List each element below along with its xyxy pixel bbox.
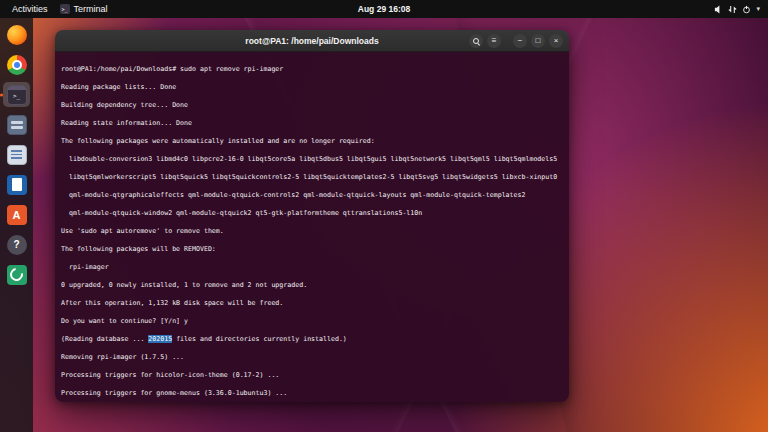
maximize-button[interactable]: □ xyxy=(531,34,545,48)
dock-item-software-updater[interactable] xyxy=(3,262,30,287)
dock-item-files[interactable] xyxy=(3,112,30,137)
search-button[interactable] xyxy=(469,34,483,48)
minimize-icon: − xyxy=(518,37,523,45)
window-titlebar[interactable]: root@PA1: /home/pai/Downloads ≡ − □ × xyxy=(55,30,569,52)
dock-item-text-editor[interactable] xyxy=(3,142,30,167)
libreoffice-writer-icon xyxy=(7,175,27,195)
window-title: root@PA1: /home/pai/Downloads xyxy=(245,36,378,46)
terminal-window: root@PA1: /home/pai/Downloads ≡ − □ × ro… xyxy=(55,30,569,402)
chevron-down-icon: ▾ xyxy=(756,5,760,13)
hamburger-icon: ≡ xyxy=(492,37,497,45)
system-menu[interactable]: ▾ xyxy=(714,5,768,14)
chrome-icon xyxy=(7,55,27,75)
dock-item-chrome[interactable] xyxy=(3,52,30,77)
terminal-app-icon: >_ xyxy=(60,4,70,14)
dock: >_ A ? xyxy=(0,18,33,432)
close-button[interactable]: × xyxy=(549,34,563,48)
terminal-icon: >_ xyxy=(7,85,27,105)
menu-button[interactable]: ≡ xyxy=(487,34,501,48)
software-updater-icon xyxy=(7,265,27,285)
dock-item-terminal[interactable]: >_ xyxy=(3,82,30,107)
files-icon xyxy=(7,115,27,135)
dock-item-ubuntu-software[interactable]: A xyxy=(3,202,30,227)
clock-button[interactable]: Aug 29 16:08 xyxy=(352,3,416,15)
text-editor-icon xyxy=(7,145,27,165)
network-icon xyxy=(728,5,737,14)
maximize-icon: □ xyxy=(536,37,541,45)
terminal-body[interactable]: root@PA1:/home/pai/Downloads# sudo apt r… xyxy=(55,52,569,402)
focused-app-menu[interactable]: >_ Terminal xyxy=(60,4,108,14)
volume-icon xyxy=(714,5,723,14)
search-icon xyxy=(473,38,479,44)
dock-item-help[interactable]: ? xyxy=(3,232,30,257)
terminal-output: root@PA1:/home/pai/Downloads# sudo apt r… xyxy=(61,65,557,402)
close-icon: × xyxy=(554,37,559,45)
activities-button[interactable]: Activities xyxy=(8,3,52,15)
minimize-button[interactable]: − xyxy=(513,34,527,48)
dock-item-firefox[interactable] xyxy=(3,22,30,47)
dock-item-libreoffice-writer[interactable] xyxy=(3,172,30,197)
power-icon xyxy=(742,5,751,14)
firefox-icon xyxy=(7,25,27,45)
focused-app-name: Terminal xyxy=(74,4,108,14)
top-bar: Activities >_ Terminal Aug 29 16:08 ▾ xyxy=(0,0,768,18)
ubuntu-software-icon: A xyxy=(7,205,27,225)
help-icon: ? xyxy=(7,235,27,255)
